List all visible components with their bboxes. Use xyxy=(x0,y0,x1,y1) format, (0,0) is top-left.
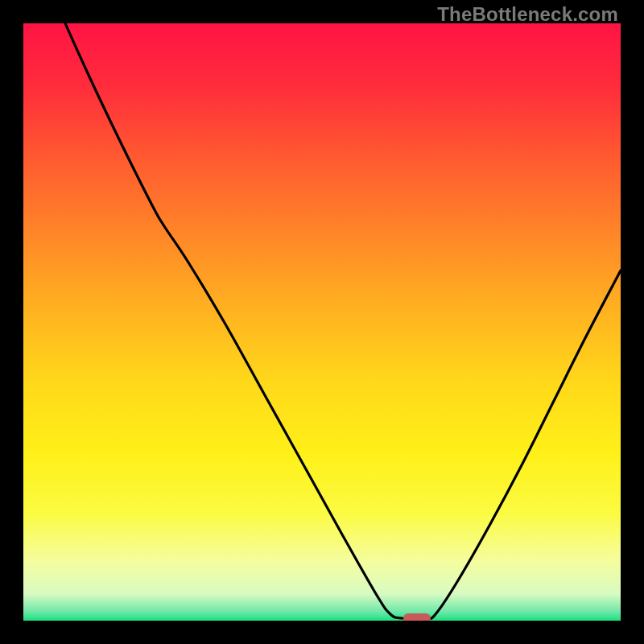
watermark-text: TheBottleneck.com xyxy=(437,3,618,26)
optimum-marker xyxy=(403,613,431,621)
plot-area xyxy=(23,23,621,621)
chart-frame: TheBottleneck.com xyxy=(0,0,644,644)
bottleneck-curve xyxy=(23,23,621,621)
